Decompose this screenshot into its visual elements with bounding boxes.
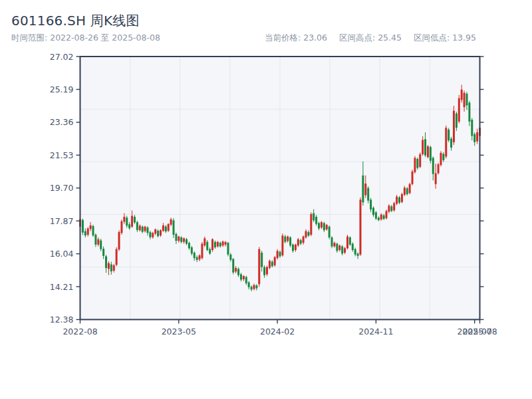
candle-body bbox=[261, 253, 263, 267]
candle-body bbox=[194, 253, 196, 258]
candle-body bbox=[303, 237, 305, 243]
candle-up bbox=[409, 183, 411, 195]
y-tick-label: 17.87 bbox=[50, 216, 74, 226]
candle-body bbox=[245, 277, 247, 283]
candle-body bbox=[240, 274, 242, 279]
candle-up bbox=[359, 198, 361, 256]
candle-body bbox=[406, 188, 408, 194]
candle-body bbox=[271, 262, 273, 267]
candle-body bbox=[331, 237, 333, 247]
candle-body bbox=[416, 159, 418, 168]
candle-body bbox=[266, 267, 268, 275]
candle-up bbox=[201, 242, 203, 259]
candle-down bbox=[331, 236, 333, 248]
x-tick-label: 2023-05 bbox=[162, 327, 196, 336]
candle-body bbox=[87, 229, 89, 235]
candle-body bbox=[435, 174, 437, 184]
candle-body bbox=[336, 243, 338, 251]
candle-body bbox=[168, 224, 170, 231]
candle-body bbox=[424, 139, 426, 155]
candle-body bbox=[300, 240, 302, 243]
candle-body bbox=[456, 114, 458, 128]
candle-body bbox=[172, 220, 174, 235]
candle-body bbox=[222, 241, 224, 245]
candle-body bbox=[82, 220, 84, 233]
candle-body bbox=[258, 249, 260, 285]
candle-body bbox=[136, 222, 138, 230]
candle-body bbox=[100, 241, 102, 249]
candle-body bbox=[152, 233, 154, 237]
candle-body bbox=[372, 207, 374, 215]
candle-body bbox=[326, 225, 328, 229]
candle-body bbox=[183, 238, 185, 241]
candle-body bbox=[214, 242, 216, 247]
candle-body bbox=[297, 239, 299, 245]
candle-up bbox=[120, 219, 122, 235]
candle-body bbox=[295, 245, 297, 250]
candle-body bbox=[453, 111, 455, 142]
candle-body bbox=[144, 227, 146, 231]
candle-body bbox=[229, 255, 231, 260]
candle-body bbox=[471, 120, 473, 136]
candle-body bbox=[149, 232, 151, 237]
candle-body bbox=[277, 251, 279, 258]
kline-chart: 27.0225.1923.3621.5319.7017.8716.0414.21… bbox=[0, 0, 532, 399]
y-tick-label: 12.38 bbox=[50, 315, 74, 325]
candle-body bbox=[170, 219, 172, 225]
candle-body bbox=[390, 206, 392, 211]
candle-body bbox=[219, 243, 221, 246]
candle-body bbox=[116, 249, 118, 265]
y-tick-label: 16.04 bbox=[50, 249, 74, 259]
candle-body bbox=[349, 237, 351, 245]
candle-body bbox=[97, 239, 99, 245]
candle-body bbox=[305, 231, 307, 237]
candle-body bbox=[84, 231, 86, 235]
candle-body bbox=[414, 158, 416, 172]
candle-body bbox=[105, 256, 107, 268]
candle-body bbox=[157, 231, 159, 236]
y-tick-label: 21.53 bbox=[50, 150, 74, 160]
candle-body bbox=[289, 237, 291, 245]
candle-up bbox=[274, 256, 276, 267]
candle-up bbox=[386, 209, 388, 219]
x-tick-label: 2024-11 bbox=[358, 327, 393, 336]
candle-body bbox=[461, 90, 463, 100]
candle-body bbox=[427, 146, 429, 157]
candle-body bbox=[354, 249, 356, 255]
candle-down bbox=[349, 236, 351, 246]
y-tick-label: 23.36 bbox=[50, 117, 74, 127]
candle-body bbox=[90, 225, 92, 229]
candle-body bbox=[118, 232, 120, 249]
candle-body bbox=[398, 198, 400, 203]
candle-body bbox=[175, 234, 177, 241]
candle-body bbox=[274, 257, 276, 265]
candle-body bbox=[401, 194, 403, 202]
candle-body bbox=[346, 237, 348, 249]
candle-body bbox=[186, 239, 188, 244]
candle-down bbox=[329, 225, 331, 239]
candle-body bbox=[196, 257, 198, 260]
candle-body bbox=[315, 217, 317, 224]
candle-body bbox=[378, 217, 380, 220]
candle-body bbox=[422, 140, 424, 154]
candle-up bbox=[281, 233, 283, 257]
candle-up bbox=[118, 230, 120, 251]
candle-body bbox=[432, 158, 434, 174]
candle-body bbox=[128, 224, 130, 228]
candle-body bbox=[113, 265, 115, 271]
candle-down bbox=[430, 146, 432, 163]
candle-body bbox=[409, 184, 411, 194]
candle-body bbox=[225, 242, 227, 245]
candle-down bbox=[416, 158, 418, 170]
candle-body bbox=[321, 222, 323, 227]
candle-body bbox=[445, 128, 447, 156]
candle-body bbox=[313, 213, 315, 221]
candle-body bbox=[209, 249, 211, 254]
candle-body bbox=[310, 214, 312, 235]
candle-body bbox=[146, 227, 148, 233]
candle-up bbox=[258, 247, 260, 287]
candle-up bbox=[438, 163, 440, 175]
candle-body bbox=[438, 164, 440, 174]
candle-body bbox=[178, 237, 180, 241]
candle-body bbox=[466, 94, 467, 106]
